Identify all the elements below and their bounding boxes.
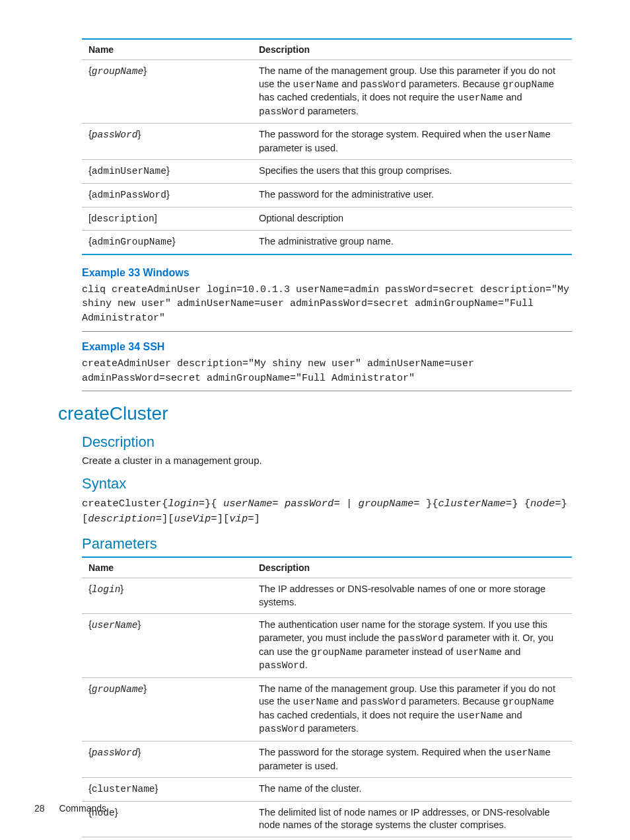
page-number: 28 (34, 803, 45, 814)
param-desc: The name of the management group. Use th… (252, 677, 572, 741)
createcluster-heading: createCluster (58, 403, 572, 424)
syntax-block: createCluster{login=}{ userName= passWor… (82, 496, 572, 526)
table-row: {adminGroupName}The administrative group… (82, 231, 572, 254)
table-row: {clusterName}The name of the cluster. (82, 778, 572, 802)
param-name: {userName} (82, 614, 252, 677)
param-name: [description] (82, 837, 252, 840)
table-row: {groupName}The name of the management gr… (82, 677, 572, 741)
param-desc: Optional description (252, 837, 572, 840)
param-name: {groupName} (82, 60, 252, 124)
parameters-table-1: Name Description {groupName}The name of … (82, 38, 572, 255)
table-row: {groupName}The name of the management gr… (82, 60, 572, 124)
param-desc: Specifies the users that this group comp… (252, 160, 572, 184)
param-name: {adminGroupName} (82, 231, 252, 254)
param-desc: The name of the cluster. (252, 778, 572, 802)
param-name: {node} (82, 801, 252, 837)
parameters-heading: Parameters (82, 535, 572, 553)
col-name: Name (82, 557, 252, 578)
param-desc: The password for the storage system. Req… (252, 741, 572, 777)
description-text: Create a cluster in a management group. (82, 455, 572, 466)
syntax-heading: Syntax (82, 475, 572, 492)
table-row: {adminPassWord}The password for the admi… (82, 183, 572, 207)
table-row: {login}The IP addresses or DNS-resolvabl… (82, 578, 572, 614)
col-name: Name (82, 39, 252, 60)
col-desc: Description (252, 39, 572, 60)
param-desc: The password for the administrative user… (252, 183, 572, 207)
param-name: [description] (82, 207, 252, 231)
param-name: {passWord} (82, 124, 252, 160)
example-34-code: createAdminUser description="My shiny ne… (82, 357, 572, 392)
example-33-code: cliq createAdminUser login=10.0.1.3 user… (82, 283, 572, 332)
table-row: {node}The delimited list of node names o… (82, 801, 572, 837)
param-desc: The IP addresses or DNS-resolvable names… (252, 578, 572, 614)
param-name: {clusterName} (82, 778, 252, 802)
footer-section: Commands (59, 803, 106, 814)
table-row: [description]Optional description (82, 837, 572, 840)
param-desc: The administrative group name. (252, 231, 572, 254)
page-footer: 28 Commands (34, 803, 106, 814)
param-name: {login} (82, 578, 252, 614)
table-row: [description]Optional description (82, 207, 572, 231)
param-name: {groupName} (82, 677, 252, 741)
example-33-heading: Example 33 Windows (82, 267, 572, 279)
table-row: {adminUserName}Specifies the users that … (82, 160, 572, 184)
param-name: {adminUserName} (82, 160, 252, 184)
table-row: {passWord}The password for the storage s… (82, 741, 572, 777)
table-row: {userName}The authentication user name f… (82, 614, 572, 677)
example-34-heading: Example 34 SSH (82, 341, 572, 353)
parameters-table-2: Name Description {login}The IP addresses… (82, 556, 572, 840)
param-desc: Optional description (252, 207, 572, 231)
param-desc: The password for the storage system. Req… (252, 124, 572, 160)
col-desc: Description (252, 557, 572, 578)
description-heading: Description (82, 434, 572, 451)
param-desc: The authentication user name for the sto… (252, 614, 572, 677)
param-name: {passWord} (82, 741, 252, 777)
param-desc: The name of the management group. Use th… (252, 60, 572, 124)
table-row: {passWord}The password for the storage s… (82, 124, 572, 160)
param-name: {adminPassWord} (82, 183, 252, 207)
param-desc: The delimited list of node names or IP a… (252, 801, 572, 837)
